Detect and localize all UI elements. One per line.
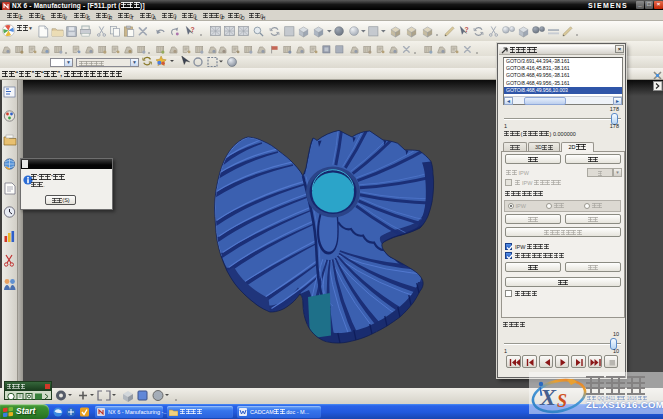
svg-text:?: ? — [190, 26, 194, 33]
svg-text:?: ? — [464, 26, 468, 33]
svg-text:X: X — [539, 384, 557, 410]
svg-text:S: S — [557, 391, 567, 411]
